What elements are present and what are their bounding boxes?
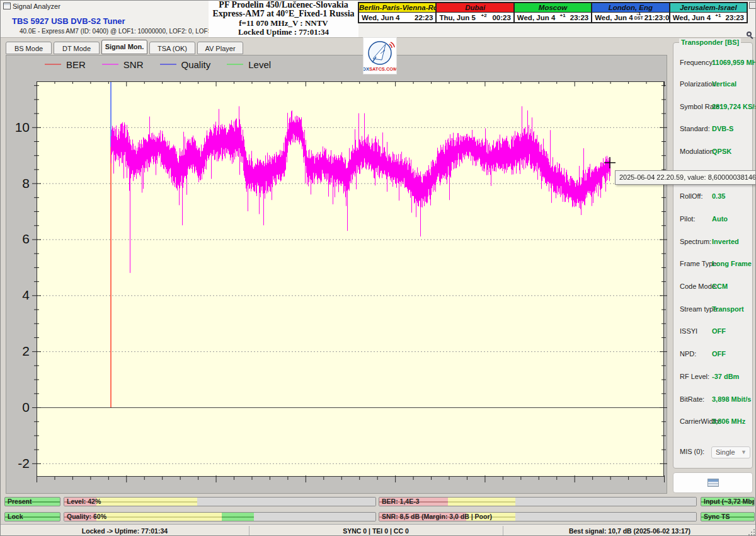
meter-sync-ts: Sync TS xyxy=(701,512,755,521)
clock-time: 23:23 xyxy=(570,14,588,21)
meter-segment-green xyxy=(222,513,254,521)
transponder-label: Spectrum: xyxy=(680,238,711,245)
meter-label: SNR: 8,5 dB (Margin: 3,0 dB | Poor) xyxy=(382,513,492,521)
meter-label: Lock xyxy=(8,513,23,521)
clock-time-row: Wed, Jun 4+123:23 xyxy=(670,13,747,22)
transponder-value: Transport xyxy=(712,305,744,313)
clock-3: London, EngWed, Jun 4-1DST21:23:08 xyxy=(591,3,668,22)
legend-swatch-quality xyxy=(160,64,176,65)
chevron-down-icon: ▼ xyxy=(741,447,747,458)
magnifier-handle xyxy=(750,36,753,39)
transponder-value: OFF xyxy=(712,327,726,335)
transponder-group-title: Transponder [BS] xyxy=(679,38,741,46)
window-title: Signal Analyzer xyxy=(13,3,60,10)
y-tick-label: 6 xyxy=(7,231,30,247)
transponder-value: 0.35 xyxy=(712,192,725,200)
mis-label: MIS (0): xyxy=(680,448,704,455)
offset-dst: DST xyxy=(634,16,643,20)
transponder-label: Standard: xyxy=(680,125,710,132)
clock-time: 00:23 xyxy=(492,14,510,21)
transponder-label: RF Level: xyxy=(680,373,709,380)
legend-swatch-snr xyxy=(102,64,118,65)
header-line-3: f=11 070 MHz_V : NNTV xyxy=(209,19,358,28)
corner-grip-icon[interactable] xyxy=(749,2,756,9)
meter-label: Level: 42% xyxy=(67,498,101,506)
clock-date: Wed, Jun 4 xyxy=(517,14,556,21)
transponder-label: BitRate: xyxy=(680,395,704,403)
transponder-label: NPD: xyxy=(680,350,696,358)
meter-segment-yellow xyxy=(96,498,198,506)
mis-selected-value: Single xyxy=(716,448,735,456)
clock-time-row: Wed, Jun 4-1DST21:23:08 xyxy=(592,13,668,22)
transponder-value: Vertical xyxy=(712,80,736,88)
status-sync: SYNC 0 | TEI 0 | CC 0 xyxy=(249,525,503,536)
meter-label: Present xyxy=(8,498,32,506)
site-header: PF Prodelin 450/Lučenec-Slovakia Express… xyxy=(209,1,358,37)
clock-time-row: Wed, Jun 422:23 xyxy=(359,13,435,22)
transponder-value: 3,806 MHz xyxy=(712,417,745,425)
meter-segment-yellow xyxy=(448,498,516,506)
dxsatcs-logo: DXSATCS.COM xyxy=(363,37,397,74)
clock-date: Wed, Jun 4 xyxy=(595,14,633,21)
mode-tabs: BS ModeDT ModeSignal Mon.TSA (OK)AV Play… xyxy=(6,40,243,55)
logo-text-dx: DX xyxy=(364,66,369,72)
legend-item-quality: Quality xyxy=(160,59,211,70)
transponder-value: 11069,959 MHz xyxy=(712,59,756,66)
legend-swatch-ber xyxy=(45,64,61,65)
transponder-value: 2819,724 KS/s xyxy=(712,103,756,110)
resize-grip[interactable] xyxy=(748,528,755,536)
clock-utc-offset: +1 xyxy=(715,13,721,18)
logo-text-rest: SATCS.COM xyxy=(369,66,396,72)
transponder-label: Modulation: xyxy=(680,148,716,155)
data-point-tooltip: 2025-06-04 22.20.59, value: 8,6000003814… xyxy=(615,170,756,185)
y-tick-label: 8 xyxy=(7,175,30,192)
clock-time-row: Thu, Jun 5+200:23 xyxy=(437,13,513,22)
magnifier-icon[interactable] xyxy=(747,32,755,40)
world-clocks: Berlin-Paris-Vienna-RomaWed, Jun 422:23D… xyxy=(358,2,748,23)
y-tick-label: -2 xyxy=(7,455,30,472)
transponder-value: Long Frame xyxy=(712,260,752,267)
mis-select[interactable]: Single ▼ xyxy=(711,446,750,458)
meter-present: Present xyxy=(4,497,60,506)
snr-plot-canvas[interactable] xyxy=(29,80,668,484)
clock-city: Jerusalem-Israel xyxy=(670,3,747,13)
meter-segment-yellow xyxy=(96,513,222,521)
tab-av-player[interactable]: AV Player xyxy=(197,42,243,54)
meter-segments xyxy=(64,513,375,521)
transponder-value: CCM xyxy=(712,283,728,290)
tab-signal-mon-[interactable]: Signal Mon. xyxy=(101,40,147,54)
transponder-value: Auto xyxy=(712,215,728,223)
clock-city: Dubai xyxy=(437,3,513,13)
transponder-label: ISSYI xyxy=(680,327,697,335)
tab-tsa-ok-[interactable]: TSA (OK) xyxy=(149,42,195,54)
offset-value: +1 xyxy=(715,13,721,18)
status-best-signal: Best signal: 10,7 dB (2025-06-02 13:17) xyxy=(503,525,756,536)
transponder-value: DVB-S xyxy=(712,125,733,132)
header-line-4: Locked Uptime : 77:01:34 xyxy=(209,28,358,37)
meter-segment-gray xyxy=(254,513,375,521)
legend-item-level: Level xyxy=(227,59,271,70)
meter-level: Level: 42% xyxy=(64,497,376,506)
legend-item-snr: SNR xyxy=(102,59,144,70)
transponder-value: 3,898 Mbit/s xyxy=(712,395,751,403)
header-line-1: PF Prodelin 450/Lučenec-Slovakia xyxy=(209,1,358,9)
clock-0: Berlin-Paris-Vienna-RomaWed, Jun 422:23 xyxy=(359,3,435,22)
transponder-label: Pilot: xyxy=(680,215,695,223)
legend-item-ber: BER xyxy=(45,59,86,70)
clock-time: 23:23 xyxy=(726,14,744,21)
legend-label: SNR xyxy=(123,59,144,70)
legend-label: BER xyxy=(66,59,86,70)
meter-input-3-72-mbps-: Input (~3,72 Mbps) xyxy=(701,497,755,506)
header-line-2: Express-AM7 at 40°E_Fixed-1 Russia xyxy=(209,9,358,18)
tab-dt-mode[interactable]: DT Mode xyxy=(54,42,100,54)
clock-date: Wed, Jun 4 xyxy=(673,14,711,21)
tab-bs-mode[interactable]: BS Mode xyxy=(6,42,52,54)
transponder-list-button[interactable] xyxy=(673,472,753,493)
transponder-value: Inverted xyxy=(712,238,739,245)
offset-value: -1 xyxy=(634,11,643,16)
meter-segments xyxy=(64,498,375,506)
clock-time-row: Wed, Jun 4+123:23 xyxy=(515,13,591,22)
meter-ber: BER: 1,4E-3 xyxy=(379,497,697,506)
app-icon xyxy=(3,3,11,9)
legend-label: Level xyxy=(248,59,271,70)
